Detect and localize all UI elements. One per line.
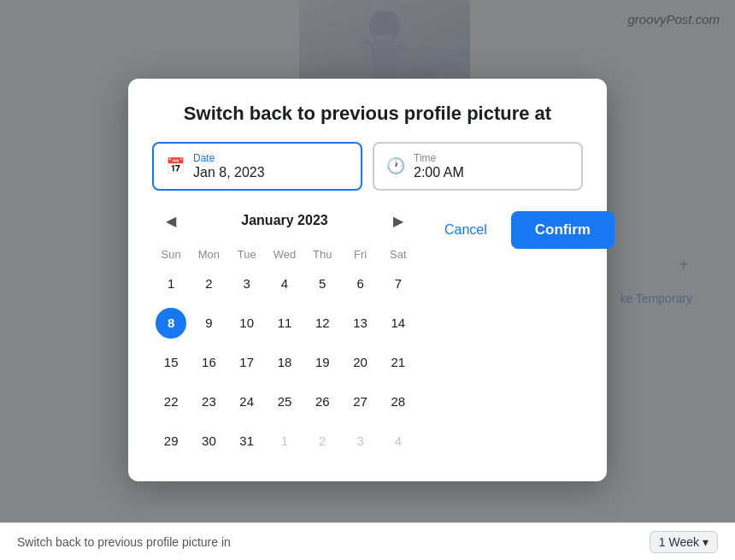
date-label: Date (193, 152, 265, 164)
weekday-header-row: SunMonTueWedThuFriSat (152, 245, 417, 264)
calendar-week-row: 15161718192021 (152, 343, 417, 382)
calendar-day-cell[interactable]: 19 (303, 343, 341, 382)
calendar-day-cell[interactable]: 5 (303, 264, 341, 304)
calendar-day-cell[interactable]: 13 (341, 304, 379, 343)
actions-panel: Cancel Confirm (417, 204, 614, 249)
calendar-body: 1234567891011121314151617181920212223242… (152, 264, 417, 461)
calendar-day-cell[interactable]: 2 (303, 421, 341, 461)
time-value: 2:00 AM (414, 165, 464, 180)
calendar-day-cell[interactable]: 24 (228, 382, 266, 421)
background-page: groovyPost.com ＋ ke Temporary Switch bac… (0, 0, 735, 560)
calendar-week-row: 1234567 (152, 264, 417, 304)
bottom-bar-text: Switch back to previous profile picture … (17, 535, 231, 549)
calendar-day-cell[interactable]: 1 (266, 421, 303, 461)
date-value: Jan 8, 2023 (193, 165, 265, 180)
calendar-week-row: 891011121314 (152, 304, 417, 343)
weekday-cell: Fri (341, 245, 379, 264)
weekday-cell: Sun (152, 245, 190, 264)
calendar-day-cell[interactable]: 26 (303, 382, 341, 421)
clock-icon: 🕐 (386, 156, 405, 175)
date-field[interactable]: 📅 Date Jan 8, 2023 (152, 142, 362, 190)
calendar-day-cell[interactable]: 29 (152, 421, 190, 461)
calendar-icon: 📅 (166, 156, 185, 175)
calendar-day-cell[interactable]: 20 (341, 343, 379, 382)
weekday-cell: Wed (266, 245, 303, 264)
time-field[interactable]: 🕐 Time 2:00 AM (373, 142, 583, 190)
calendar-week-row: 2930311234 (152, 421, 417, 461)
input-row: 📅 Date Jan 8, 2023 🕐 Time 2:00 AM (152, 142, 583, 190)
calendar-day-cell[interactable]: 21 (379, 343, 417, 382)
weekday-cell: Mon (190, 245, 227, 264)
calendar-day-cell[interactable]: 2 (190, 264, 227, 304)
calendar-day-cell[interactable]: 31 (228, 421, 266, 461)
calendar-day-cell[interactable]: 6 (341, 264, 379, 304)
calendar-day-cell[interactable]: 4 (379, 421, 417, 461)
calendar-actions-row: ◀ January 2023 ▶ SunMonTueWedThuFriSat 1… (152, 204, 583, 461)
confirm-button[interactable]: Confirm (511, 211, 614, 249)
duration-dropdown[interactable]: 1 Week ▾ (650, 531, 718, 553)
time-label: Time (414, 152, 464, 164)
bottom-bar: Switch back to previous profile picture … (0, 522, 735, 560)
calendar-day-cell[interactable]: 18 (266, 343, 303, 382)
actions-buttons: Cancel Confirm (434, 211, 614, 249)
calendar-day-cell[interactable]: 4 (266, 264, 303, 304)
modal-overlay: Switch back to previous profile picture … (0, 0, 735, 560)
duration-value: 1 Week (659, 535, 699, 549)
calendar-day-cell[interactable]: 3 (228, 264, 266, 304)
next-month-button[interactable]: ▶ (386, 209, 410, 233)
calendar-day-cell[interactable]: 25 (266, 382, 303, 421)
weekday-cell: Thu (303, 245, 341, 264)
calendar-day-cell[interactable]: 3 (341, 421, 379, 461)
calendar-day-cell[interactable]: 1 (152, 264, 190, 304)
calendar: ◀ January 2023 ▶ SunMonTueWedThuFriSat 1… (152, 204, 417, 461)
calendar-day-cell[interactable]: 16 (190, 343, 227, 382)
calendar-day-cell[interactable]: 27 (341, 382, 379, 421)
modal-title: Switch back to previous profile picture … (152, 103, 583, 125)
calendar-header: ◀ January 2023 ▶ (152, 204, 417, 238)
calendar-day-cell[interactable]: 12 (303, 304, 341, 343)
calendar-day-cell[interactable]: 14 (379, 304, 417, 343)
calendar-day-cell[interactable]: 28 (379, 382, 417, 421)
cancel-button[interactable]: Cancel (434, 215, 497, 245)
calendar-day-cell[interactable]: 15 (152, 343, 190, 382)
modal-dialog: Switch back to previous profile picture … (128, 79, 607, 480)
calendar-day-cell[interactable]: 10 (228, 304, 266, 343)
prev-month-button[interactable]: ◀ (159, 209, 183, 233)
dropdown-chevron-icon: ▾ (703, 535, 709, 549)
calendar-day-cell[interactable]: 9 (190, 304, 227, 343)
calendar-day-cell[interactable]: 30 (190, 421, 227, 461)
calendar-day-cell[interactable]: 23 (190, 382, 227, 421)
calendar-week-row: 22232425262728 (152, 382, 417, 421)
calendar-day-cell[interactable]: 17 (228, 343, 266, 382)
calendar-day-cell[interactable]: 22 (152, 382, 190, 421)
calendar-grid: SunMonTueWedThuFriSat 123456789101112131… (152, 245, 417, 461)
calendar-day-cell[interactable]: 11 (266, 304, 303, 343)
calendar-day-cell[interactable]: 7 (379, 264, 417, 304)
weekday-cell: Sat (379, 245, 417, 264)
calendar-month-title: January 2023 (241, 213, 327, 228)
weekday-cell: Tue (228, 245, 266, 264)
calendar-day-cell[interactable]: 8 (152, 304, 190, 343)
